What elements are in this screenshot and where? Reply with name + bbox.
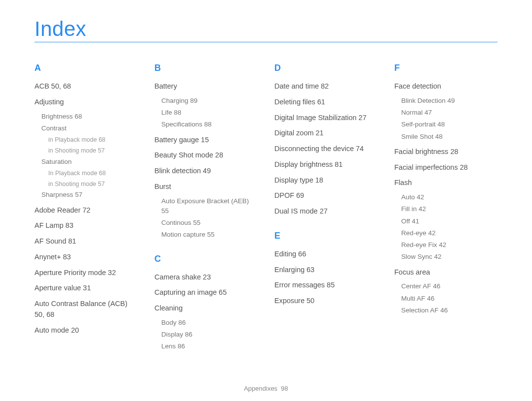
index-entry[interactable]: Error messages 85: [274, 280, 378, 291]
index-entry[interactable]: Display brightness 81: [274, 159, 378, 170]
index-entry-text[interactable]: AF Sound 81: [34, 236, 138, 247]
index-entry[interactable]: Capturing an image 65: [155, 287, 258, 298]
index-entry-text[interactable]: Adobe Reader 72: [34, 205, 138, 216]
index-entry-text[interactable]: Burst: [155, 182, 258, 192]
index-entry-text[interactable]: Beauty Shot mode 28: [155, 150, 258, 161]
index-subentry[interactable]: Normal 47: [401, 108, 498, 118]
index-subentry[interactable]: Red-eye 42: [401, 228, 498, 238]
index-entry-text[interactable]: Camera shake 23: [155, 272, 258, 283]
index-entry-text[interactable]: AF Lamp 83: [34, 220, 138, 231]
index-entry-text[interactable]: Face detection: [395, 81, 498, 92]
index-entry-text[interactable]: Battery gauge 15: [155, 135, 258, 146]
index-entry-text[interactable]: Dual IS mode 27: [274, 206, 378, 217]
index-entry-text[interactable]: Display brightness 81: [274, 159, 378, 170]
index-entry[interactable]: Adobe Reader 72: [34, 205, 138, 216]
index-entry-text[interactable]: Capturing an image 65: [155, 287, 258, 298]
index-entry[interactable]: AF Sound 81: [34, 236, 138, 247]
index-subentry[interactable]: Charging 89: [162, 96, 258, 106]
index-entry[interactable]: Enlarging 63: [274, 265, 378, 276]
index-entry[interactable]: AF Lamp 83: [34, 220, 138, 231]
index-subentry[interactable]: Selection AF 46: [401, 306, 498, 315]
index-subentry[interactable]: Life 88: [162, 108, 258, 118]
index-subentry[interactable]: Body 86: [162, 318, 258, 328]
index-entry[interactable]: ACB 50, 68: [34, 81, 138, 92]
index-entry[interactable]: DPOF 69: [274, 190, 378, 201]
index-entry-text[interactable]: Facial imperfections 28: [395, 162, 498, 173]
index-entry[interactable]: Dual IS mode 27: [274, 206, 378, 217]
index-entry-text[interactable]: Auto Contrast Balance (ACB) 50, 68: [34, 299, 138, 320]
index-entry[interactable]: Facial imperfections 28: [395, 162, 498, 173]
index-subentry[interactable]: Auto 42: [401, 192, 498, 202]
index-entry[interactable]: Auto Contrast Balance (ACB) 50, 68: [34, 299, 138, 320]
index-subentry[interactable]: Auto Exposure Bracket (AEB) 55: [162, 196, 258, 216]
index-entry[interactable]: Date and time 82: [274, 81, 378, 92]
index-subentry[interactable]: Center AF 46: [401, 281, 498, 291]
index-entry[interactable]: Deleting files 61: [274, 97, 378, 108]
index-entry-text[interactable]: Battery: [155, 81, 258, 92]
index-subentry[interactable]: Sharpness 57: [41, 190, 138, 200]
index-subentry[interactable]: Motion capture 55: [162, 230, 258, 240]
index-entry[interactable]: Anynet+ 83: [34, 252, 138, 263]
index-entry-text[interactable]: DPOF 69: [274, 190, 378, 201]
index-entry-text[interactable]: Focus area: [395, 267, 498, 278]
index-entry-text[interactable]: Aperture value 31: [34, 283, 138, 294]
index-entry[interactable]: Auto mode 20: [34, 325, 138, 336]
index-subentry[interactable]: Contrast: [41, 123, 138, 133]
index-subsubentry[interactable]: in Shooting mode 57: [48, 180, 138, 189]
index-entry[interactable]: Exposure 50: [274, 296, 378, 307]
index-entry[interactable]: Blink detection 49: [155, 166, 258, 177]
index-entry-text[interactable]: Digital Image Stabilization 27: [274, 113, 378, 123]
index-entry[interactable]: Facial brightness 28: [395, 147, 498, 157]
index-subentry[interactable]: Lens 86: [162, 341, 258, 351]
index-subentry[interactable]: Specifications 88: [162, 120, 258, 129]
index-entry[interactable]: CleaningBody 86Display 86Lens 86: [155, 303, 258, 352]
index-entry-text[interactable]: Digital zoom 21: [274, 128, 378, 139]
index-entry[interactable]: Battery gauge 15: [155, 135, 258, 146]
index-entry-text[interactable]: Aperture Priority mode 32: [34, 268, 138, 278]
index-entry[interactable]: Aperture Priority mode 32: [34, 268, 138, 278]
index-entry[interactable]: Editing 66: [274, 249, 378, 260]
index-entry-text[interactable]: Anynet+ 83: [34, 252, 138, 263]
index-entry[interactable]: FlashAuto 42Fill in 42Off 41Red-eye 42Re…: [395, 178, 498, 262]
index-entry[interactable]: Camera shake 23: [155, 272, 258, 283]
index-entry[interactable]: BurstAuto Exposure Bracket (AEB) 55Conti…: [155, 182, 258, 240]
index-entry[interactable]: Aperture value 31: [34, 283, 138, 294]
index-entry[interactable]: Beauty Shot mode 28: [155, 150, 258, 161]
index-entry-text[interactable]: Auto mode 20: [34, 325, 138, 336]
index-subentry[interactable]: Self-portrait 48: [401, 120, 498, 129]
index-entry[interactable]: AdjustingBrightness 68Contrastin Playbac…: [34, 97, 138, 200]
index-subentry[interactable]: Red-eye Fix 42: [401, 240, 498, 250]
index-entry-text[interactable]: Error messages 85: [274, 280, 378, 291]
index-subentry[interactable]: Brightness 68: [41, 112, 138, 122]
index-entry[interactable]: BatteryCharging 89Life 88Specifications …: [155, 81, 258, 130]
index-subsubentry[interactable]: In Playback mode 68: [48, 169, 138, 178]
index-entry[interactable]: Disconnecting the device 74: [274, 144, 378, 154]
index-entry-text[interactable]: Display type 18: [274, 175, 378, 186]
index-entry-text[interactable]: Cleaning: [155, 303, 258, 314]
index-subsubentry[interactable]: in Playback mode 68: [48, 135, 138, 145]
index-entry-text[interactable]: Flash: [395, 178, 498, 188]
index-entry-text[interactable]: Facial brightness 28: [395, 147, 498, 157]
index-entry-text[interactable]: Adjusting: [34, 97, 138, 108]
index-subentry[interactable]: Multi AF 46: [401, 294, 498, 304]
index-subentry[interactable]: Fill in 42: [401, 204, 498, 214]
index-entry-text[interactable]: ACB 50, 68: [34, 81, 138, 92]
index-entry[interactable]: Face detectionBlink Detection 49Normal 4…: [395, 81, 498, 142]
index-entry-text[interactable]: Blink detection 49: [155, 166, 258, 177]
index-entry-text[interactable]: Disconnecting the device 74: [274, 144, 378, 154]
index-subentry[interactable]: Display 86: [162, 330, 258, 339]
index-entry-text[interactable]: Enlarging 63: [274, 265, 378, 276]
index-subentry[interactable]: Saturation: [41, 157, 138, 167]
index-subentry[interactable]: Blink Detection 49: [401, 96, 498, 106]
index-entry-text[interactable]: Date and time 82: [274, 81, 378, 92]
index-entry[interactable]: Digital Image Stabilization 27: [274, 113, 378, 123]
index-entry[interactable]: Digital zoom 21: [274, 128, 378, 139]
index-entry-text[interactable]: Exposure 50: [274, 296, 378, 307]
index-subsubentry[interactable]: in Shooting mode 57: [48, 146, 138, 155]
index-subentry[interactable]: Slow Sync 42: [401, 252, 498, 262]
index-entry[interactable]: Display type 18: [274, 175, 378, 186]
index-entry-text[interactable]: Editing 66: [274, 249, 378, 260]
index-entry[interactable]: Focus areaCenter AF 46Multi AF 46Selecti…: [395, 267, 498, 316]
index-subentry[interactable]: Continous 55: [162, 218, 258, 228]
index-subentry[interactable]: Smile Shot 48: [401, 132, 498, 142]
